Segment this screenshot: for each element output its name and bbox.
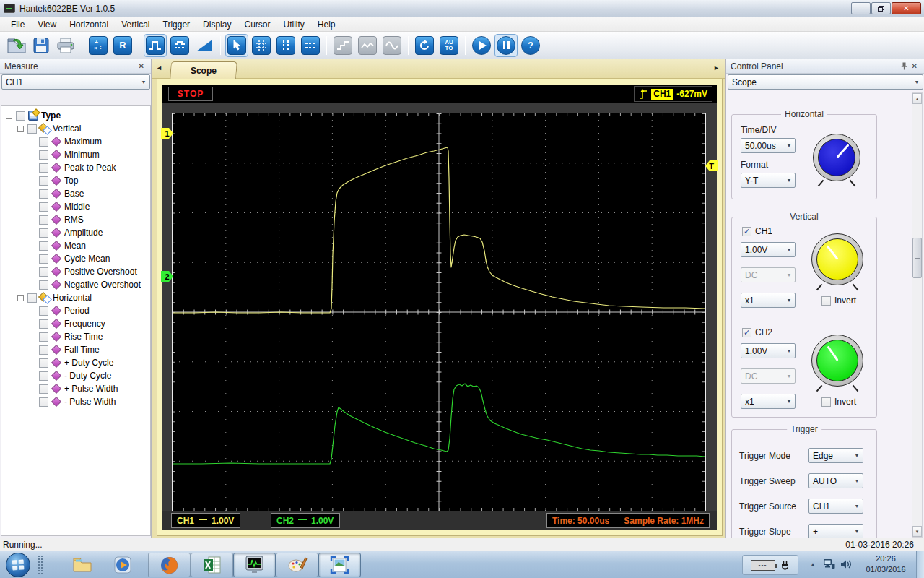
taskbar-excel-button[interactable] <box>191 553 233 577</box>
tree-checkbox[interactable] <box>39 150 48 160</box>
tree-checkbox[interactable] <box>39 384 48 394</box>
math-button[interactable]: + - × ÷ <box>87 35 109 56</box>
taskbar-grip[interactable] <box>38 555 44 575</box>
tree-item-frequency[interactable]: Frequency <box>1 317 150 330</box>
tree-checkbox[interactable] <box>39 215 48 225</box>
tray-expand-icon[interactable]: ▲ <box>810 561 816 568</box>
scroll-down-icon[interactable]: ▼ <box>912 526 922 537</box>
tree-item-duty-cycle[interactable]: + Duty Cycle <box>1 356 150 369</box>
scrollbar-thumb[interactable] <box>912 238 922 278</box>
tree-item-period[interactable]: Period <box>1 304 150 317</box>
tree-checkbox[interactable] <box>39 332 48 342</box>
step-interpolation-button[interactable] <box>332 35 354 56</box>
tree-checkbox[interactable] <box>39 397 48 407</box>
tree-item-vertical[interactable]: −Vertical <box>1 122 150 135</box>
minimize-button[interactable]: — <box>851 2 871 14</box>
tab-scroll-left-icon[interactable]: ◄ <box>156 64 162 72</box>
menu-trigger[interactable]: Trigger <box>157 18 197 31</box>
menu-help[interactable]: Help <box>311 18 342 31</box>
tree-item-cycle-mean[interactable]: Cycle Mean <box>1 252 150 265</box>
tree-item-mean[interactable]: Mean <box>1 239 150 252</box>
network-icon[interactable] <box>823 558 835 570</box>
menu-vertical[interactable]: Vertical <box>115 18 156 31</box>
tree-item-base[interactable]: Base <box>1 187 150 200</box>
trigger-slope-select[interactable]: +▼ <box>808 524 863 538</box>
trigger-mode-select[interactable]: Edge▼ <box>808 448 863 463</box>
trigger-source-select[interactable]: CH1▼ <box>808 499 863 514</box>
show-desktop-button[interactable] <box>916 551 924 578</box>
taskbar-clock[interactable]: 20:26 01/03/2016 <box>860 553 911 575</box>
trigger-level-marker[interactable]: T <box>705 160 718 171</box>
tree-checkbox[interactable] <box>39 306 48 316</box>
horizontal-cursor-button[interactable] <box>300 35 321 56</box>
tree-item-pulse-width[interactable]: - Pulse Width <box>1 395 150 408</box>
tree-item-horizontal[interactable]: −Horizontal <box>1 291 150 304</box>
pulse-mode-button[interactable] <box>144 35 166 56</box>
ch2-invert-checkbox[interactable] <box>821 397 831 407</box>
taskbar-explorer-button[interactable] <box>66 553 98 577</box>
pin-icon[interactable] <box>899 62 910 70</box>
restore-button[interactable] <box>871 2 891 14</box>
menu-cursor[interactable]: Cursor <box>237 18 276 31</box>
save-button[interactable] <box>30 35 52 56</box>
tree-checkbox[interactable] <box>39 228 48 238</box>
menu-view[interactable]: View <box>31 18 63 31</box>
tree-item-minimum[interactable]: Minimum <box>1 148 150 161</box>
scroll-up-icon[interactable]: ▲ <box>912 93 922 104</box>
format-select[interactable]: Y-T▼ <box>741 173 796 188</box>
vertical-cursor-button[interactable] <box>275 35 297 56</box>
ch2-probe-select[interactable]: x1▼ <box>741 394 796 409</box>
ch2-volts-select[interactable]: 1.00V▼ <box>741 343 796 358</box>
tree-checkbox[interactable] <box>39 371 48 381</box>
tab-scroll-right-icon[interactable]: ► <box>713 64 720 72</box>
menu-display[interactable]: Display <box>196 18 237 31</box>
start-button[interactable] <box>6 553 30 577</box>
tree-checkbox[interactable] <box>39 358 48 368</box>
tree-item-pulse-width[interactable]: + Pulse Width <box>1 382 150 395</box>
measure-channel-select[interactable]: CH1▼ <box>1 74 150 90</box>
control-panel-close-icon[interactable]: ✕ <box>910 62 920 70</box>
tree-item-maximum[interactable]: Maximum <box>1 135 150 148</box>
trigger-sweep-select[interactable]: AUTO▼ <box>808 473 863 488</box>
open-button[interactable] <box>6 35 27 56</box>
print-button[interactable] <box>55 35 77 56</box>
ch1-probe-select[interactable]: x1▼ <box>741 293 796 308</box>
ch1-coupling-select[interactable]: DC▼ <box>741 267 796 282</box>
collapse-icon[interactable]: − <box>17 295 24 301</box>
sine-interpolation-button[interactable] <box>381 35 403 56</box>
close-button[interactable]: ✕ <box>892 2 921 14</box>
reference-button[interactable]: R <box>112 35 134 56</box>
tree-item-middle[interactable]: Middle <box>1 200 150 213</box>
autoset-button[interactable]: AU TO <box>438 35 460 56</box>
tree-checkbox[interactable] <box>27 293 37 303</box>
ramp-button[interactable] <box>193 35 215 56</box>
tree-item-duty-cycle[interactable]: - Duty Cycle <box>1 369 150 382</box>
tree-checkbox[interactable] <box>16 111 25 121</box>
taskbar-oscilloscope-button[interactable] <box>233 553 276 577</box>
start-button[interactable] <box>471 35 492 56</box>
ch1-invert-checkbox[interactable] <box>821 296 831 306</box>
control-panel-scrollbar[interactable]: ▲ ▼ <box>912 92 923 538</box>
menu-horizontal[interactable]: Horizontal <box>63 18 115 31</box>
pause-button[interactable] <box>495 35 517 56</box>
cross-cursor-button[interactable] <box>250 35 272 56</box>
tree-item-fall-time[interactable]: Fall Time <box>1 343 150 356</box>
ch2-coupling-select[interactable]: DC▼ <box>741 368 796 384</box>
tree-checkbox[interactable] <box>39 280 48 290</box>
pulse-alt-button[interactable] <box>169 35 191 56</box>
tree-checkbox[interactable] <box>27 124 37 134</box>
tree-item-rms[interactable]: RMS <box>1 213 150 226</box>
menu-file[interactable]: File <box>4 18 31 31</box>
refresh-button[interactable] <box>414 35 435 56</box>
ch1-volts-select[interactable]: 1.00V▼ <box>741 242 796 257</box>
cursor-select-button[interactable] <box>226 35 248 56</box>
collapse-icon[interactable]: − <box>17 126 24 132</box>
tree-checkbox[interactable] <box>39 202 48 212</box>
tray-battery-button[interactable]: --- <box>742 555 798 575</box>
tree-item-rise-time[interactable]: Rise Time <box>1 330 150 343</box>
taskbar-mediaplayer-button[interactable] <box>107 553 139 577</box>
tree-checkbox[interactable] <box>39 241 48 251</box>
tree-item-top[interactable]: Top <box>1 174 150 187</box>
tree-checkbox[interactable] <box>39 137 48 147</box>
tree-checkbox[interactable] <box>39 163 48 173</box>
